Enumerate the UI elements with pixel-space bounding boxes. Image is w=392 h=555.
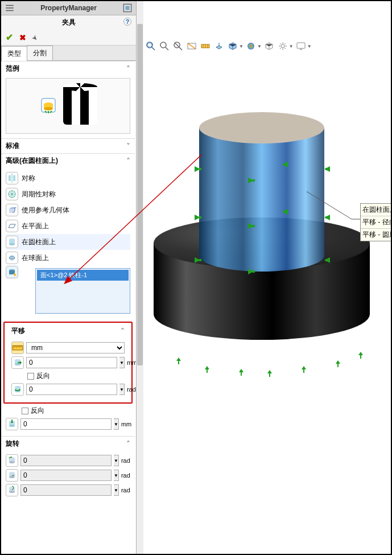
checkbox-icon[interactable]: [27, 373, 34, 380]
section-standard-title: 标准: [6, 141, 19, 151]
tab-type[interactable]: 类型: [1, 46, 27, 61]
section-advanced-title: 高级(在圆柱面上): [6, 156, 58, 166]
pm-title: PropertyManager: [15, 4, 122, 12]
section-example-header[interactable]: 范例 ˄: [1, 61, 135, 76]
ok-button[interactable]: ✔: [6, 32, 13, 42]
checker-cylinder-icon: [63, 83, 97, 129]
dropdown-arrow-icon[interactable]: ▼: [114, 418, 119, 430]
reverse2-row[interactable]: 反向: [6, 405, 130, 417]
example-thumbnail: [6, 78, 130, 134]
zoom-window-icon[interactable]: [145, 40, 157, 52]
chevron-down-icon: ˅: [126, 142, 130, 151]
option-plane-label: 在平面上: [22, 221, 49, 231]
fixture-icon: [39, 96, 57, 116]
section-standard-header[interactable]: 标准 ˅: [1, 139, 135, 153]
dropdown-arrow-icon[interactable]: ▼: [119, 357, 125, 368]
svg-rect-9: [9, 209, 15, 213]
tab-split[interactable]: 分割: [27, 46, 53, 60]
section-rotate-title: 旋转: [6, 439, 19, 449]
translate-highlight-box: 平移 ˄ mm ▼ mm 反向: [3, 322, 133, 404]
face-select-icon[interactable]: [6, 266, 18, 278]
dropdown-arrow-icon[interactable]: ▼: [114, 455, 119, 466]
view-toolbar: ▼ ▼ ▼ ▼: [145, 40, 385, 52]
reverse1-row[interactable]: 反向: [11, 370, 125, 382]
section-example-title: 范例: [6, 64, 19, 73]
rot-radial-icon: [6, 454, 18, 467]
option-geom-label: 使用参考几何体: [22, 205, 69, 215]
orientation-icon[interactable]: [213, 40, 225, 52]
svg-rect-7: [13, 175, 15, 181]
dropdown-arrow-icon[interactable]: ▼: [114, 470, 119, 481]
display-style-icon[interactable]: [226, 40, 239, 52]
screen-icon[interactable]: [295, 40, 307, 52]
rot3-input[interactable]: [20, 484, 112, 496]
action-row: ✔ ✖ ➤: [1, 30, 136, 46]
section-translate-header[interactable]: 平移 ˄: [7, 324, 129, 338]
help-icon[interactable]: ?: [123, 18, 131, 26]
cancel-button[interactable]: ✖: [19, 33, 26, 42]
option-symmetry-label: 对称: [22, 174, 35, 183]
view-settings-icon[interactable]: [277, 40, 289, 52]
dd-icon[interactable]: ▼: [239, 44, 244, 49]
svg-rect-6: [9, 175, 11, 181]
dropdown-arrow-icon[interactable]: ▼: [114, 484, 119, 496]
symmetry-icon: [6, 172, 18, 184]
chevron-up-icon: ˄: [121, 327, 125, 336]
svg-rect-1: [126, 6, 130, 10]
checkbox-icon[interactable]: [22, 408, 28, 414]
svg-point-5: [44, 107, 53, 110]
dd-icon[interactable]: ▼: [307, 44, 312, 49]
rot2-input[interactable]: [20, 470, 112, 481]
section-translate-title: 平移: [11, 326, 25, 336]
svg-rect-37: [148, 43, 151, 47]
unit-rad-label: rad: [127, 386, 136, 393]
ref-geom-icon: [6, 204, 18, 216]
axial-icon: [6, 418, 18, 430]
cube-icon[interactable]: [263, 40, 275, 52]
zoom-fit-icon[interactable]: [158, 40, 171, 52]
periodic-icon: [6, 188, 18, 200]
collapse-icon[interactable]: [5, 3, 15, 13]
dd-icon[interactable]: ▼: [289, 44, 294, 49]
panel-body: 范例 ˄ 标准: [1, 61, 136, 554]
unit-dropdown[interactable]: mm: [26, 342, 125, 353]
section-view-icon[interactable]: [185, 40, 198, 52]
tab-row: 类型 分割: [1, 46, 136, 61]
sphere-icon: [6, 252, 18, 264]
zoom-prev-icon[interactable]: [172, 40, 184, 52]
pushpin-icon[interactable]: ➤: [30, 34, 39, 43]
annotation-arrow: [65, 155, 213, 286]
svg-rect-44: [297, 43, 305, 48]
svg-point-35: [9, 491, 15, 493]
circum-value-input[interactable]: [26, 384, 117, 395]
option-periodic-label: 周期性对称: [22, 190, 56, 199]
measure-icon[interactable]: [199, 40, 212, 52]
svg-point-13: [9, 255, 15, 261]
radial-value-input[interactable]: [26, 357, 117, 368]
top-cylinder[interactable]: [199, 112, 324, 272]
edit-appearance-icon[interactable]: [245, 40, 257, 52]
unit-rad-label: rad: [121, 457, 135, 464]
fixture-title: 夹具: [62, 18, 76, 26]
svg-point-20: [15, 363, 20, 365]
pin-panel-icon[interactable]: [122, 3, 133, 13]
cylinder-face-icon: [6, 236, 18, 248]
ruler-icon: [11, 342, 24, 354]
section-rotate-header[interactable]: 旋转 ˄: [1, 437, 135, 451]
callout-row2: 平移 - 径向 (: [361, 216, 392, 229]
reverse2-label: 反向: [31, 406, 44, 416]
axial-value-input[interactable]: [20, 418, 112, 430]
svg-point-29: [9, 461, 15, 463]
chevron-up-icon: ˄: [126, 439, 130, 449]
dd-icon[interactable]: ▼: [257, 44, 262, 49]
viewport[interactable]: ▼ ▼ ▼ ▼: [137, 1, 391, 554]
option-sphere-label: 在球面上: [22, 253, 49, 263]
callout-row3: 平移 - 圆周: [361, 229, 392, 241]
svg-point-42: [247, 43, 254, 50]
rot1-input[interactable]: [20, 455, 112, 466]
reverse1-label: 反向: [36, 371, 50, 381]
unit-rad-label: rad: [121, 472, 135, 479]
dropdown-arrow-icon[interactable]: ▼: [119, 384, 125, 395]
fixture-title-row: 夹具 ?: [1, 15, 136, 30]
pm-header: PropertyManager: [1, 1, 136, 15]
